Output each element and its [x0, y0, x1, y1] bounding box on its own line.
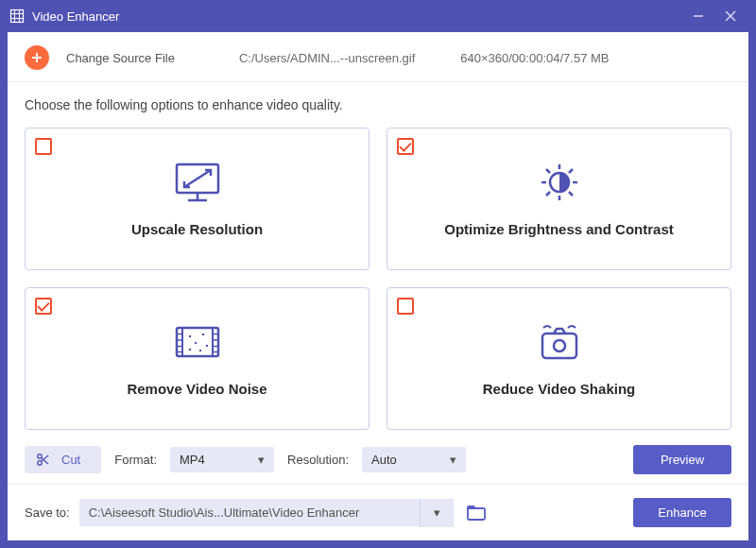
window-title: Video Enhancer	[32, 9, 119, 24]
monitor-icon	[171, 161, 224, 208]
svg-line-19	[546, 169, 550, 173]
titlebar: Video Enhancer	[0, 0, 756, 32]
resolution-select[interactable]: Auto ▾	[362, 447, 466, 472]
svg-point-37	[205, 345, 207, 347]
format-select[interactable]: MP4 ▾	[170, 447, 274, 472]
change-source-button[interactable]	[25, 45, 49, 70]
save-path-dropdown[interactable]: ▾	[420, 499, 454, 527]
checkbox-upscale[interactable]	[35, 138, 52, 155]
svg-point-36	[194, 342, 196, 344]
svg-point-34	[188, 335, 190, 337]
options-grid: Upscale Resolution Optimize Brightness a…	[25, 128, 731, 430]
save-path-value: C:\Aiseesoft Studio\Ais...Ultimate\Video…	[89, 505, 360, 520]
option-noise-label: Remove Video Noise	[127, 381, 266, 397]
format-value: MP4	[180, 453, 205, 467]
format-label: Format:	[114, 453, 157, 467]
option-brightness-contrast[interactable]: Optimize Brightness and Contrast	[387, 128, 731, 270]
svg-rect-40	[542, 334, 576, 358]
source-info: 640×360/00:00:04/7.57 MB	[460, 51, 609, 65]
filmstrip-icon	[171, 320, 224, 368]
svg-line-20	[569, 192, 573, 196]
svg-point-41	[554, 340, 565, 351]
resolution-value: Auto	[371, 453, 397, 467]
open-folder-button[interactable]	[463, 502, 490, 524]
app-icon	[9, 9, 25, 24]
svg-line-21	[569, 169, 573, 173]
source-row: Change Source File C:/Users/ADMIN...--un…	[8, 32, 748, 82]
save-to-label: Save to:	[25, 505, 70, 520]
option-reduce-shaking[interactable]: Reduce Video Shaking	[387, 287, 731, 430]
option-upscale-resolution[interactable]: Upscale Resolution	[25, 128, 369, 270]
option-upscale-label: Upscale Resolution	[131, 221, 263, 237]
folder-icon	[467, 505, 486, 521]
svg-line-22	[546, 192, 550, 196]
change-source-label[interactable]: Change Source File	[66, 51, 175, 65]
caret-down-icon: ▾	[258, 453, 265, 467]
footer-row: Save to: C:\Aiseesoft Studio\Ais...Ultim…	[8, 484, 748, 540]
cut-button[interactable]: Cut	[25, 446, 101, 473]
enhance-button[interactable]: Enhance	[633, 498, 731, 527]
svg-point-39	[198, 350, 200, 351]
cut-label: Cut	[61, 453, 80, 467]
preview-button[interactable]: Preview	[633, 445, 731, 474]
scissors-icon	[36, 453, 50, 467]
checkbox-noise[interactable]	[35, 298, 52, 315]
caret-down-icon: ▾	[450, 453, 456, 467]
checkbox-shaking[interactable]	[397, 298, 414, 315]
source-path: C:/Users/ADMIN...--unscreen.gif	[239, 51, 415, 65]
plus-icon	[30, 51, 43, 64]
option-brightness-label: Optimize Brightness and Contrast	[444, 221, 674, 237]
svg-line-11	[184, 170, 211, 187]
resolution-label: Resolution:	[287, 453, 349, 467]
brightness-icon	[533, 161, 586, 208]
option-shaking-label: Reduce Video Shaking	[483, 381, 635, 397]
svg-point-38	[188, 349, 190, 351]
option-remove-noise[interactable]: Remove Video Noise	[25, 287, 369, 430]
main-panel: Change Source File C:/Users/ADMIN...--un…	[8, 32, 748, 540]
svg-rect-0	[11, 10, 24, 23]
camera-shake-icon	[533, 320, 586, 368]
minimize-button[interactable]	[682, 0, 714, 32]
checkbox-brightness[interactable]	[397, 138, 414, 155]
close-button[interactable]	[714, 0, 747, 32]
svg-rect-46	[468, 508, 485, 520]
controls-row: Cut Format: MP4 ▾ Resolution: Auto ▾ Pre…	[25, 430, 731, 474]
svg-point-35	[201, 334, 203, 335]
save-path-field[interactable]: C:\Aiseesoft Studio\Ais...Ultimate\Video…	[79, 499, 420, 526]
prompt-text: Choose the following options to enhance …	[25, 97, 731, 112]
